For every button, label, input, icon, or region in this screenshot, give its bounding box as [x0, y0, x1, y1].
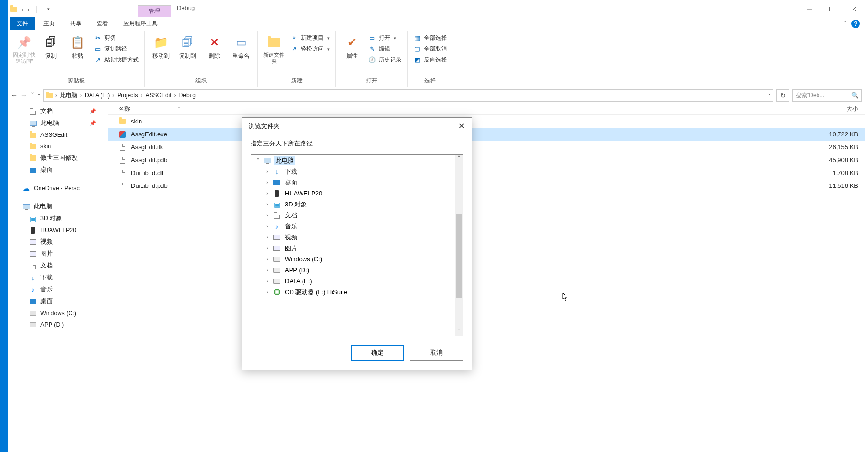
- history-dropdown[interactable]: ˅: [31, 92, 34, 99]
- qat-dropdown-icon[interactable]: ▾: [44, 5, 52, 13]
- file-row[interactable]: AssgEdit.pdb45,908 KB: [108, 154, 865, 166]
- tree-item[interactable]: ›视频: [251, 232, 455, 243]
- file-row[interactable]: DuiLib_d.dll1,708 KB: [108, 166, 865, 179]
- tree-item[interactable]: ›↓下载: [251, 166, 455, 177]
- file-row[interactable]: AssgEdit.ilk26,155 KB: [108, 141, 865, 154]
- tree-item-root[interactable]: ˅此电脑: [251, 155, 455, 166]
- tree-item[interactable]: ›APP (D:): [251, 265, 455, 276]
- rename-button[interactable]: ▭重命名: [229, 33, 253, 61]
- tree-item[interactable]: ›HUAWEI P20: [251, 188, 455, 199]
- select-all-button[interactable]: ▦全部选择: [412, 33, 449, 43]
- minimize-button[interactable]: [799, 1, 821, 17]
- edit-button[interactable]: ✎编辑: [366, 44, 404, 54]
- refresh-button[interactable]: ↻: [776, 89, 789, 102]
- cut-button[interactable]: ✂剪切: [92, 33, 141, 43]
- pin-quick-access-button[interactable]: 📌 固定到"快速访问": [12, 33, 37, 65]
- column-size[interactable]: 大小: [819, 105, 865, 113]
- expand-icon[interactable]: ›: [264, 180, 270, 185]
- nav-desktop[interactable]: 桌面: [8, 296, 108, 308]
- cancel-button[interactable]: 取消: [410, 345, 463, 361]
- open-button[interactable]: ▭打开▾: [366, 33, 404, 43]
- tree-item[interactable]: ›图片: [251, 243, 455, 254]
- scroll-down-icon[interactable]: ˅: [455, 328, 463, 336]
- expand-icon[interactable]: ›: [264, 267, 270, 273]
- close-button[interactable]: [843, 1, 865, 17]
- address-dropdown-icon[interactable]: ˅: [768, 93, 771, 98]
- tree-item[interactable]: ›Windows (C:): [251, 254, 455, 265]
- nav-windows-c[interactable]: Windows (C:): [8, 308, 108, 319]
- nav-pictures[interactable]: 图片: [8, 248, 108, 260]
- expand-icon[interactable]: ›: [264, 235, 270, 240]
- nav-this-pc-pinned[interactable]: 此电脑📌: [8, 117, 108, 129]
- nav-huawei[interactable]: HUAWEI P20: [8, 225, 108, 236]
- new-folder-button[interactable]: 新建文件夹: [262, 33, 286, 65]
- search-box[interactable]: 搜索"Deb... 🔍: [792, 89, 862, 102]
- file-row[interactable]: AssgEdit.exe10,722 KB: [108, 128, 865, 141]
- expand-icon[interactable]: ›: [264, 289, 270, 295]
- tab-app-tools[interactable]: 应用程序工具: [116, 17, 165, 30]
- nav-this-pc[interactable]: 此电脑: [8, 201, 108, 213]
- collapse-icon[interactable]: ˅: [255, 158, 261, 163]
- nav-documents2[interactable]: 文档: [8, 260, 108, 272]
- folder-tree[interactable]: ˅此电脑›↓下载›桌面›HUAWEI P20›▣3D 对象›文档›♪音乐›视频›…: [251, 154, 463, 336]
- tree-item[interactable]: ›DATA (E:): [251, 276, 455, 287]
- invert-selection-button[interactable]: ◩反向选择: [412, 55, 449, 65]
- expand-icon[interactable]: ›: [264, 202, 270, 207]
- breadcrumb-item[interactable]: DATA (E:): [84, 91, 111, 100]
- nav-music[interactable]: ♪音乐: [8, 284, 108, 296]
- copy-button[interactable]: 🗐 复制: [39, 33, 63, 61]
- paste-button[interactable]: 📋 粘贴: [65, 33, 90, 61]
- file-list[interactable]: 名称˄ 大小 skinAssgEdit.exe10,722 KBAssgEdit…: [108, 103, 865, 452]
- nav-videos[interactable]: 视频: [8, 236, 108, 248]
- nav-documents[interactable]: 文档📌: [8, 105, 108, 117]
- breadcrumb-item[interactable]: ASSGEdit: [145, 91, 172, 100]
- nav-desktop-pinned[interactable]: 桌面: [8, 164, 108, 176]
- tree-item[interactable]: ›♪音乐: [251, 221, 455, 232]
- expand-icon[interactable]: ›: [264, 257, 270, 262]
- scroll-up-icon[interactable]: ˄: [455, 155, 463, 163]
- new-item-button[interactable]: ✧新建项目▾: [288, 33, 332, 43]
- nav-app-d[interactable]: APP (D:): [8, 319, 108, 330]
- ribbon-collapse-icon[interactable]: ˄: [844, 21, 847, 27]
- copy-to-button[interactable]: 🗐复制到: [175, 33, 200, 61]
- forward-button[interactable]: →: [20, 92, 27, 99]
- tab-file[interactable]: 文件: [10, 17, 35, 30]
- nav-aoshi[interactable]: 傲世三国修改: [8, 152, 108, 164]
- column-headers[interactable]: 名称˄ 大小: [108, 103, 865, 115]
- breadcrumb-item[interactable]: Projects: [116, 91, 139, 100]
- delete-button[interactable]: ✕删除: [202, 33, 227, 61]
- expand-icon[interactable]: ›: [264, 246, 270, 251]
- breadcrumb-item[interactable]: Debug: [178, 91, 197, 100]
- tree-item[interactable]: ›▣3D 对象: [251, 199, 455, 210]
- scroll-thumb[interactable]: [456, 214, 462, 298]
- expand-icon[interactable]: ›: [264, 213, 270, 218]
- breadcrumb-item[interactable]: 此电脑: [59, 91, 78, 101]
- file-row[interactable]: DuiLib_d.pdb11,516 KB: [108, 179, 865, 192]
- expand-icon[interactable]: ›: [264, 224, 270, 229]
- nav-downloads[interactable]: ↓下载: [8, 272, 108, 284]
- up-button[interactable]: ↑: [37, 92, 40, 99]
- history-button[interactable]: 🕘历史记录: [366, 55, 404, 65]
- back-button[interactable]: ←: [11, 92, 18, 99]
- nav-skin[interactable]: skin: [8, 141, 108, 152]
- tree-item[interactable]: ›CD 驱动器 (F:) HiSuite: [251, 287, 455, 298]
- tab-view[interactable]: 查看: [89, 17, 116, 30]
- nav-assgedit[interactable]: ASSGEdit: [8, 129, 108, 141]
- address-bar[interactable]: › 此电脑› DATA (E:)› Projects› ASSGEdit› De…: [43, 89, 773, 102]
- select-none-button[interactable]: ▢全部取消: [412, 44, 449, 54]
- expand-icon[interactable]: ›: [264, 278, 270, 284]
- expand-icon[interactable]: ›: [264, 169, 270, 174]
- nav-onedrive[interactable]: ☁OneDrive - Persc: [8, 183, 108, 194]
- ok-button[interactable]: 确定: [351, 345, 404, 361]
- expand-icon[interactable]: ›: [264, 191, 270, 196]
- column-name[interactable]: 名称: [119, 105, 130, 113]
- dialog-close-button[interactable]: ✕: [455, 122, 467, 131]
- move-to-button[interactable]: 📁移动到: [149, 33, 173, 61]
- easy-access-button[interactable]: ↗轻松访问▾: [288, 44, 332, 54]
- navigation-pane[interactable]: 文档📌 此电脑📌 ASSGEdit skin 傲世三国修改 桌面 ☁OneDri…: [8, 103, 108, 452]
- contextual-tab-manage[interactable]: 管理: [138, 5, 171, 17]
- tab-share[interactable]: 共享: [62, 17, 89, 30]
- file-row[interactable]: skin: [108, 115, 865, 128]
- tree-scrollbar[interactable]: ˄ ˅: [455, 155, 463, 336]
- tree-item[interactable]: ›文档: [251, 210, 455, 221]
